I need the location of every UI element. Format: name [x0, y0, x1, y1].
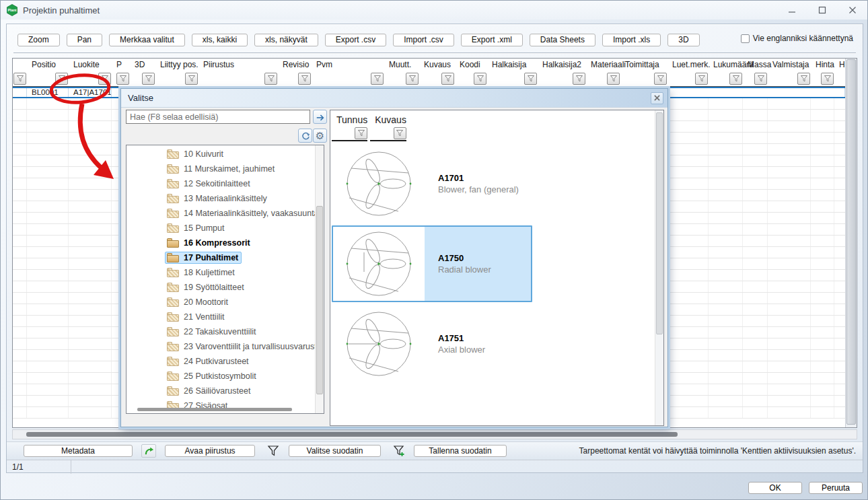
column-header[interactable]: Kuvaus [419, 59, 455, 86]
close-button[interactable] [837, 1, 867, 19]
filter-button[interactable] [729, 73, 742, 85]
column-header[interactable]: Lukumäärä [709, 59, 743, 86]
tree-item[interactable]: 22 Takaiskuventtiilit [126, 324, 315, 339]
column-header[interactable]: Muutt. [384, 59, 419, 86]
toolbar-button[interactable]: Merkkaa valitut [109, 34, 185, 46]
column-header[interactable]: P [112, 59, 130, 86]
column-header[interactable]: Halkaisija [487, 59, 538, 86]
toolbar-button[interactable]: 3D [667, 34, 699, 46]
filter-button[interactable] [474, 73, 486, 85]
tree-item[interactable]: 25 Putkistosymbolit [126, 369, 315, 384]
tree-item[interactable]: 19 Syöttölaitteet [126, 280, 315, 295]
cell-positio[interactable]: BL0001 [27, 88, 69, 97]
grid-horizontal-scrollbar[interactable] [12, 429, 857, 439]
cancel-button[interactable]: Peruuta [809, 482, 863, 494]
minimize-button[interactable] [776, 1, 807, 19]
filter-button[interactable] [821, 73, 834, 85]
symbol-result-item[interactable]: A1750 Radial blower [332, 225, 532, 302]
filter-button[interactable] [185, 73, 198, 85]
search-input[interactable] [126, 110, 310, 124]
column-header[interactable]: Luet.merk. [667, 59, 709, 86]
filter-button[interactable] [55, 73, 68, 85]
choose-filter-button[interactable]: Valitse suodatin [289, 445, 381, 457]
column-header[interactable]: Positio [27, 59, 69, 86]
tree-item[interactable]: 18 Kuljettimet [126, 265, 315, 280]
filter-button[interactable] [607, 73, 620, 85]
refresh-green-button[interactable] [141, 444, 156, 458]
scrollbar-thumb[interactable] [656, 112, 663, 334]
filter-button[interactable] [264, 73, 277, 85]
tree-vertical-scrollbar[interactable] [315, 145, 324, 413]
refresh-button[interactable] [298, 129, 312, 143]
filter-button[interactable] [754, 73, 767, 85]
tree-item[interactable]: 10 Kuivurit [126, 147, 315, 162]
tree-item[interactable]: 17 Puhaltimet [126, 250, 315, 265]
row-selector-header[interactable] [13, 59, 27, 86]
column-header[interactable]: Materiaali [586, 59, 620, 86]
tree-item[interactable]: 26 Säiliövarusteet [126, 384, 315, 398]
tree-item[interactable]: 11 Murskaimet, jauhimet [126, 162, 315, 176]
filter-button[interactable] [441, 73, 454, 85]
maximize-button[interactable] [807, 1, 837, 19]
filter-button[interactable] [654, 73, 667, 85]
toolbar-button[interactable]: Zoom [17, 34, 60, 46]
column-header[interactable]: Liittyy pos. [155, 59, 198, 86]
grid-vertical-scrollbar[interactable] [845, 59, 857, 427]
tree-item[interactable]: 21 Venttiilit [126, 310, 315, 324]
results-column-header[interactable]: Kuvaus [370, 110, 406, 141]
translate-checkbox[interactable] [741, 34, 750, 43]
toolbar-button[interactable]: xls, näkyvät [254, 34, 318, 46]
row-selector-cell[interactable] [13, 88, 27, 97]
tree-item[interactable]: 23 Varoventtiilit ja turvallisuusvaruste… [126, 339, 315, 354]
tree-item[interactable]: 12 Sekoitinlaitteet [126, 176, 315, 191]
scrollbar-thumb[interactable] [316, 206, 323, 394]
metadata-button[interactable]: Metadata [24, 445, 133, 457]
ok-button[interactable]: OK [748, 482, 802, 494]
column-header[interactable]: Toimittaja [620, 59, 667, 86]
tree-item[interactable]: 16 Kompressorit [126, 236, 315, 250]
toolbar-button[interactable]: xls, kaikki [192, 34, 248, 46]
open-drawing-button[interactable]: Avaa piirustus [165, 445, 255, 457]
column-header[interactable]: Huom [834, 59, 845, 86]
symbol-result-item[interactable]: A1701 Blower, fan (general) [332, 145, 532, 222]
filter-button[interactable] [524, 73, 537, 85]
column-header[interactable]: Piirustus [198, 59, 278, 86]
settings-button[interactable]: ⚙ [313, 129, 327, 143]
filter-button[interactable] [355, 127, 367, 139]
tree-item[interactable]: 14 Materiaalinkäsittely, vaakasuuntain [126, 206, 315, 221]
column-header[interactable]: Hinta [811, 59, 834, 86]
filter-button[interactable] [13, 73, 26, 85]
toolbar-button[interactable]: Export .xml [461, 34, 523, 46]
search-go-button[interactable] [313, 110, 327, 124]
results-vertical-scrollbar[interactable] [655, 110, 663, 425]
symbol-result-item[interactable]: A1751 Axial blower [332, 306, 532, 382]
filter-button[interactable] [797, 73, 810, 85]
save-filter-button[interactable]: Tallenna suodatin [414, 445, 507, 457]
tree-item[interactable]: 15 Pumput [126, 221, 315, 236]
filter-button[interactable] [573, 73, 585, 85]
scrollbar-thumb[interactable] [26, 432, 678, 437]
column-header[interactable]: Pvm [312, 59, 384, 86]
filter-button[interactable] [116, 73, 129, 85]
filter-button[interactable] [371, 73, 384, 85]
tree-horizontal-scrollbar[interactable] [137, 408, 292, 411]
toolbar-button[interactable]: Data Sheets [530, 34, 595, 46]
tree-item[interactable]: 20 Moottorit [126, 295, 315, 310]
toolbar-button[interactable]: Pan [67, 34, 102, 46]
filter-button[interactable] [406, 73, 419, 85]
column-header[interactable]: 3D [130, 59, 155, 86]
cell-luokite[interactable]: A17|A1701 [69, 88, 112, 97]
filter-button[interactable] [142, 73, 155, 85]
toolbar-button[interactable]: Export .csv [325, 34, 386, 46]
filter-button[interactable] [394, 127, 406, 139]
toolbar-button[interactable]: Import .xls [602, 34, 661, 46]
toolbar-button[interactable]: Import .csv [393, 34, 454, 46]
tree-item[interactable]: 24 Putkivarusteet [126, 354, 315, 369]
filter-button[interactable] [298, 73, 311, 85]
results-column-header[interactable]: Tunnus [332, 110, 367, 141]
tree-item[interactable]: 13 Materiaalinkäsittely [126, 191, 315, 206]
column-header[interactable]: Koodi [455, 59, 487, 86]
column-header[interactable]: Massa [743, 59, 768, 86]
filter-button[interactable] [695, 73, 708, 85]
filter-button[interactable] [98, 73, 111, 85]
